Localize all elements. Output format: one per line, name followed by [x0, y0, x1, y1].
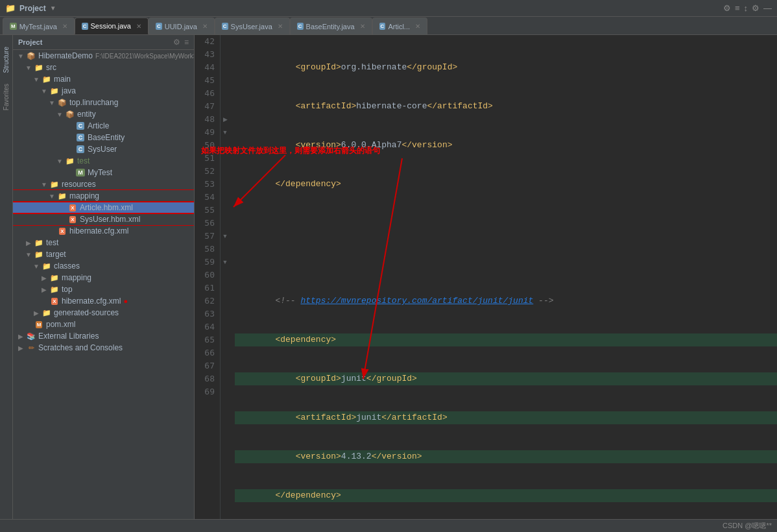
tab-close-uuid[interactable]: ✕	[202, 23, 208, 30]
tab-close-sysuser[interactable]: ✕	[278, 23, 283, 30]
icon-main: 📁	[42, 74, 52, 84]
tree-item-resources[interactable]: ▼ 📁 resources	[13, 178, 194, 190]
tree-item-mapping2[interactable]: ▶ 📁 mapping	[13, 272, 194, 284]
tab-uuid[interactable]: C UUID.java ✕	[149, 18, 215, 34]
fold-arrow-49[interactable]: ▼	[222, 129, 228, 136]
arrow-hibernate-demo: ▼	[16, 53, 26, 60]
label-java: java	[62, 86, 76, 95]
label-sysuser-class: SysUser	[88, 145, 117, 154]
code-line-52: <version>4.13.2</version>	[235, 450, 777, 463]
toolbar-icon-1[interactable]: ⚙	[723, 3, 731, 13]
tree-item-src[interactable]: ▼ 📁 src	[13, 62, 194, 73]
icon-scratches: ✏	[26, 343, 36, 353]
tree-item-test-folder[interactable]: ▼ 📁 test	[13, 155, 194, 167]
label-resources: resources	[62, 180, 96, 189]
arrow-test-root: ▶	[23, 239, 34, 247]
tree-item-hibernate-cfg[interactable]: X hibernate.cfg.xml	[13, 225, 194, 237]
file-tree-header-title: Project	[18, 38, 42, 46]
label-sysuser-hbm: SysUser.hbm.xml	[80, 215, 140, 224]
icon-mapping2: 📁	[49, 272, 60, 283]
tree-item-mytest-class[interactable]: M MyTest	[13, 167, 194, 178]
project-icon: 📁	[5, 3, 16, 13]
tab-icon-sysuser: C	[222, 23, 228, 30]
tree-item-pom[interactable]: M pom.xml	[13, 319, 194, 330]
fold-arrow-48[interactable]: ▶	[223, 116, 228, 123]
icon-mytest-class: M	[75, 167, 86, 178]
sidebar-tab-favorites[interactable]: Favorites	[1, 79, 11, 115]
tree-item-article-class[interactable]: C Article	[13, 120, 194, 132]
label-mapping2: mapping	[62, 273, 91, 282]
toolbar-icon-4[interactable]: ⚙	[752, 3, 759, 13]
tree-item-classes[interactable]: ▼ 📁 classes	[13, 260, 194, 272]
tab-close-session[interactable]: ✕	[136, 23, 141, 30]
tree-icon-collapse[interactable]: ≡	[184, 38, 189, 47]
path-hibernate-demo: F:\IDEA2021\WorkSpace\MyWorkSpace\Hibern…	[95, 53, 195, 60]
tab-close-baseentity[interactable]: ✕	[360, 23, 365, 30]
tree-item-ext-libs[interactable]: ▶ 📚 External Libraries	[13, 330, 194, 342]
tree-item-mapping[interactable]: ▼ 📁 mapping	[13, 190, 194, 202]
icon-classes: 📁	[42, 261, 52, 271]
toolbar-icon-2[interactable]: ≡	[735, 3, 740, 13]
code-line-49: <dependency>	[235, 333, 777, 346]
arrow-src: ▼	[23, 64, 34, 71]
fold-arrow-60[interactable]: ▼	[222, 259, 228, 265]
arrow-classes: ▼	[31, 263, 42, 270]
tab-label-session: Session.java	[91, 22, 131, 30]
arrow-main: ▼	[31, 76, 42, 83]
label-mapping: mapping	[69, 191, 99, 200]
code-area: 42 43 44 45 46 47 48 49 50 51 52 53 54 5…	[195, 35, 777, 519]
tab-icon-session: C	[82, 23, 88, 30]
toolbar-dash[interactable]: —	[763, 3, 772, 13]
label-article-class: Article	[88, 121, 109, 130]
tree-item-baseentity-class[interactable]: C BaseEntity	[13, 132, 194, 143]
icon-test-root: 📁	[34, 237, 44, 248]
tab-close-article[interactable]: ✕	[415, 23, 420, 30]
tree-item-java[interactable]: ▼ 📁 java	[13, 85, 194, 97]
icon-top-linruchang: 📦	[57, 97, 67, 108]
icon-pom: M	[34, 319, 44, 330]
tree-item-sysuser-hbm[interactable]: X SysUser.hbm.xml	[13, 213, 194, 225]
toolbar-icon-3[interactable]: ↕	[744, 3, 748, 13]
tree-item-sysuser-class[interactable]: C SysUser	[13, 143, 194, 155]
tree-item-top2[interactable]: ▶ 📁 top	[13, 284, 194, 295]
tab-session[interactable]: C Session.java ✕	[75, 18, 149, 34]
code-line-46	[235, 217, 777, 230]
tree-item-test-root[interactable]: ▶ 📁 test	[13, 237, 194, 248]
tree-item-hibernate-cfg2[interactable]: X hibernate.cfg.xml ●	[13, 295, 194, 307]
bottom-bar: CSDN @嗯嗯**	[0, 519, 777, 532]
tab-sysuser[interactable]: C SysUser.java ✕	[215, 18, 290, 34]
code-lines: <groupId>org.hibernate</groupId> <artifa…	[230, 35, 777, 519]
tree-item-main[interactable]: ▼ 📁 main	[13, 73, 194, 85]
tree-header-icons: ⚙ ≡	[173, 38, 189, 47]
fold-arrow-57[interactable]: ▼	[222, 233, 228, 239]
tree-icon-gear[interactable]: ⚙	[173, 38, 180, 47]
tree-item-target[interactable]: ▼ 📁 target	[13, 248, 194, 260]
arrow-test-folder: ▼	[54, 158, 65, 165]
vertical-tabs: Structure Favorites	[0, 35, 13, 519]
label-pom: pom.xml	[46, 320, 75, 329]
tab-label-article: Articl...	[388, 23, 410, 30]
tree-item-hibernate-demo[interactable]: ▼ 📦 HibernateDemo F:\IDEA2021\WorkSpace\…	[13, 50, 194, 62]
tree-item-scratches[interactable]: ▶ ✏ Scratches and Consoles	[13, 342, 194, 354]
tree-item-generated-sources[interactable]: ▶ 📁 generated-sources	[13, 307, 194, 319]
project-dropdown[interactable]: ▼	[50, 5, 56, 12]
tree-item-top-linruchang[interactable]: ▼ 📦 top.linruchang	[13, 97, 194, 108]
tree-item-article-hbm[interactable]: X Article.hbm.xml	[13, 202, 194, 213]
tab-close-mytest[interactable]: ✕	[62, 23, 67, 30]
arrow-generated-sources: ▶	[31, 309, 42, 317]
sidebar-tab-structure[interactable]: Structure	[1, 42, 11, 79]
tab-baseentity[interactable]: C BaseEntity.java ✕	[290, 18, 372, 34]
icon-baseentity-class: C	[75, 132, 86, 143]
icon-article-class: C	[75, 121, 86, 131]
label-entity: entity	[77, 110, 96, 119]
tab-label-sysuser: SysUser.java	[231, 23, 272, 30]
credit-text: CSDN @嗯嗯**	[723, 521, 772, 531]
tab-mytest[interactable]: M MyTest.java ✕	[3, 18, 75, 34]
tab-article[interactable]: C Articl... ✕	[372, 18, 427, 34]
tree-item-entity[interactable]: ▼ 📦 entity	[13, 108, 194, 120]
label-article-hbm: Article.hbm.xml	[80, 203, 133, 212]
code-line-53: </dependency>	[235, 489, 777, 502]
icon-mapping: 📁	[57, 191, 67, 201]
icon-target: 📁	[34, 249, 44, 260]
arrow-mapping2: ▶	[39, 274, 49, 282]
